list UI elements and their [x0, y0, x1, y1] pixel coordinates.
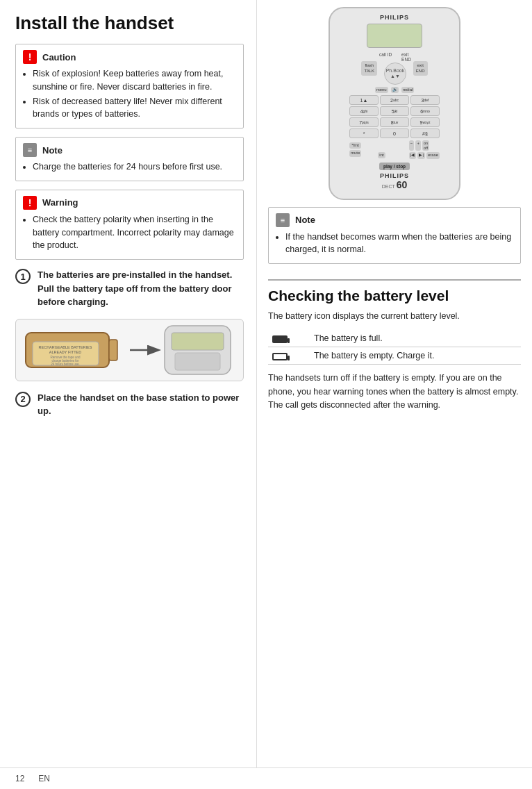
- call-id-label: call ID: [379, 52, 392, 62]
- warning-box: ! Warning Check the battery polarity whe…: [15, 190, 244, 260]
- svg-text:24 hours before use.: 24 hours before use.: [51, 363, 79, 366]
- step-1-text: The batteries are pre-installed in the h…: [38, 268, 244, 309]
- nav-circle[interactable]: Ph.Book▲▼: [384, 63, 406, 85]
- svg-rect-1: [109, 340, 117, 360]
- battery-empty-icon: [272, 353, 288, 360]
- volume-btn[interactable]: 🔊: [391, 87, 399, 93]
- dect-label: DECT: [382, 184, 395, 189]
- caution-label: Caution: [42, 52, 76, 63]
- phone-brand-bottom: PHILIPS: [380, 172, 409, 179]
- warning-icon: !: [23, 196, 37, 210]
- phone-model: 60: [397, 179, 408, 190]
- warning-header: ! Warning: [23, 196, 236, 210]
- key-9[interactable]: 9wxyz: [410, 117, 440, 127]
- note-header-left: ≡ Note: [23, 143, 236, 157]
- right-column: PHILIPS flashTALK call ID exitEND Ph.Boo…: [257, 0, 532, 767]
- erase-btn[interactable]: erase: [426, 152, 440, 158]
- warning-bullet-1: Check the battery polarity when insertin…: [33, 213, 236, 252]
- footer-page-number: 12: [15, 774, 24, 783]
- left-column: Install the handset ! Caution Risk of ex…: [0, 0, 257, 767]
- prev-btn[interactable]: |◀: [409, 152, 417, 158]
- svg-text:ALREADY FITTED: ALREADY FITTED: [49, 350, 81, 354]
- note-box-left: ≡ Note Charge the batteries for 24 hours…: [15, 137, 244, 181]
- phone-brand-top: PHILIPS: [380, 14, 409, 21]
- caution-bullet-2: Risk of decreased battery life! Never mi…: [33, 95, 236, 122]
- footer: 12 EN: [0, 767, 532, 789]
- svg-rect-10: [172, 333, 224, 350]
- plus-btn[interactable]: +: [415, 140, 421, 151]
- phone-device-container: PHILIPS flashTALK call ID exitEND Ph.Boo…: [268, 7, 521, 200]
- battery-image: RECHARGEABLE BATTERIES ALREADY FITTED Re…: [15, 319, 244, 381]
- menu-row: menu 🔊 redial: [375, 87, 415, 93]
- phone-nav-area: flashTALK call ID exitEND Ph.Book▲▼ exit…: [361, 52, 427, 85]
- key-2[interactable]: 2abc: [380, 95, 409, 105]
- note-label-left: Note: [42, 145, 63, 156]
- warning-label: Warning: [42, 197, 78, 208]
- battery-outro: The handsets turn off if the battery is …: [268, 372, 521, 412]
- next-btn[interactable]: ▶|: [417, 152, 425, 158]
- redial-btn[interactable]: redial: [401, 87, 415, 93]
- key-8[interactable]: 8tuv: [380, 117, 409, 127]
- battery-table: The battery is full. The battery is empt…: [268, 330, 521, 365]
- key-3[interactable]: 3def: [410, 95, 440, 105]
- caution-content: Risk of explosion! Keep batteries away f…: [23, 67, 236, 121]
- note-bullet-1: Charge the batteries for 24 hours before…: [33, 160, 236, 174]
- footer-language: EN: [38, 774, 50, 783]
- key-1[interactable]: 1▲: [349, 95, 379, 105]
- flash-talk-btn[interactable]: flashTALK: [361, 61, 377, 75]
- note-right-bullet-1: If the handset becomes warm when the bat…: [285, 231, 513, 257]
- note-label-right: Note: [295, 215, 315, 225]
- note-content-left: Charge the batteries for 24 hours before…: [23, 160, 236, 174]
- step-2: 2 Place the handset on the base station …: [15, 391, 244, 418]
- battery-icon-full-cell: [268, 330, 310, 347]
- on-off-btn[interactable]: onoff: [422, 140, 429, 151]
- play-stop-btn[interactable]: play / stop: [379, 163, 410, 170]
- warning-content: Check the battery polarity when insertin…: [23, 213, 236, 252]
- caution-bullet-1: Risk of explosion! Keep batteries away f…: [33, 67, 236, 94]
- exit-end-btn[interactable]: exitEND: [413, 61, 428, 75]
- phone-screen: [367, 24, 422, 48]
- note-content-right: If the handset becomes warm when the bat…: [276, 231, 513, 257]
- exit-end-label: exitEND: [401, 52, 411, 62]
- mute-btn[interactable]: mute: [349, 150, 361, 156]
- format-btn[interactable]: *fmt: [349, 142, 361, 149]
- battery-svg: RECHARGEABLE BATTERIES ALREADY FITTED Re…: [19, 322, 241, 378]
- battery-full-text: The battery is full.: [310, 330, 521, 347]
- battery-row-empty: The battery is empty. Charge it.: [268, 347, 521, 365]
- key-star[interactable]: *: [349, 128, 379, 138]
- step-1: 1 The batteries are pre-installed in the…: [15, 268, 244, 309]
- step-2-number: 2: [15, 392, 31, 407]
- step-2-text: Place the handset on the base station to…: [38, 391, 244, 418]
- note-icon-right: ≡: [276, 213, 290, 227]
- menu-btn[interactable]: menu: [375, 87, 388, 93]
- key-6[interactable]: 6mno: [410, 106, 440, 116]
- svg-text:RECHARGEABLE BATTERIES: RECHARGEABLE BATTERIES: [38, 345, 92, 349]
- caution-icon: !: [23, 50, 37, 64]
- battery-empty-text: The battery is empty. Charge it.: [310, 347, 521, 365]
- bottom-controls: *fmt mute int − + onoff: [349, 140, 440, 158]
- key-7[interactable]: 7pqrs: [349, 117, 379, 127]
- key-5[interactable]: 5jkl: [380, 106, 409, 116]
- caution-header: ! Caution: [23, 50, 236, 64]
- step-1-number: 1: [15, 269, 31, 284]
- int-btn[interactable]: int: [378, 152, 385, 158]
- note-box-right: ≡ Note If the handset becomes warm when …: [268, 207, 521, 265]
- page-title: Install the handset: [15, 13, 244, 34]
- note-icon-left: ≡: [23, 143, 37, 157]
- key-0[interactable]: 0: [380, 128, 409, 138]
- battery-full-icon: [272, 335, 288, 343]
- minus-btn[interactable]: −: [409, 140, 415, 151]
- battery-intro: The battery icon displays the current ba…: [268, 310, 521, 323]
- key-4[interactable]: 4ghi: [349, 106, 379, 116]
- key-hash[interactable]: #§: [410, 128, 440, 138]
- battery-section: Checking the battery level The battery i…: [268, 272, 521, 420]
- note-header-right: ≡ Note: [276, 213, 513, 227]
- phone-device: PHILIPS flashTALK call ID exitEND Ph.Boo…: [329, 7, 460, 200]
- battery-row-full: The battery is full.: [268, 330, 521, 347]
- battery-section-title: Checking the battery level: [268, 279, 521, 304]
- svg-rect-11: [175, 353, 220, 370]
- caution-box: ! Caution Risk of explosion! Keep batter…: [15, 44, 244, 128]
- phone-keypad: 1▲ 2abc 3def 4ghi 5jkl 6mno 7pqrs 8tuv 9…: [349, 95, 440, 138]
- battery-icon-empty-cell: [268, 347, 310, 365]
